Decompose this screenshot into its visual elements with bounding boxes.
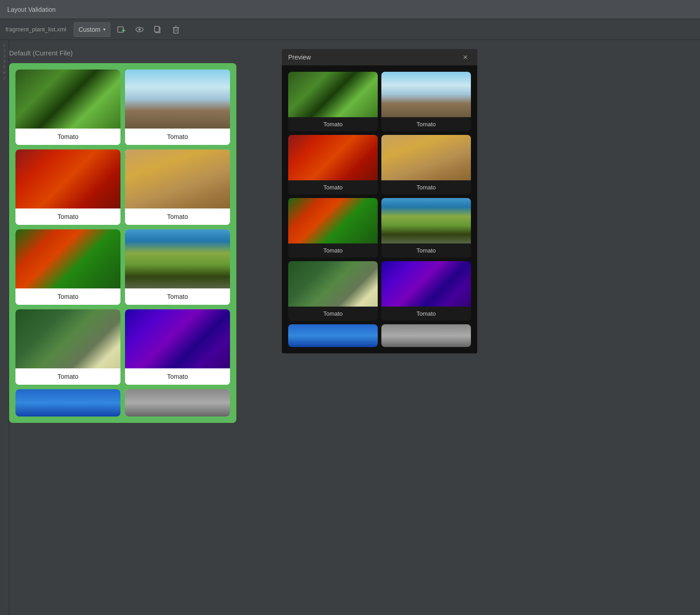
list-item: Tomato [381, 261, 471, 321]
list-item: Tomato [288, 198, 378, 258]
card-label: Tomato [15, 368, 120, 385]
list-item: Tomato [381, 135, 471, 194]
preview-card-label: Tomato [381, 243, 471, 258]
custom-dropdown[interactable]: Custom ▾ [74, 22, 110, 37]
preview-card-image-purple-river [381, 261, 471, 307]
preview-card-label: Tomato [381, 180, 471, 194]
preview-window: Preview ✕ Tomato Tomato [282, 49, 477, 353]
svg-rect-7 [174, 28, 178, 33]
card-image-aerial [15, 309, 120, 368]
list-item: Tomato [125, 229, 230, 305]
card-image-greenleaf [15, 229, 120, 288]
preview-card-image-caterpillar [288, 72, 378, 117]
card-image-grey-partial [125, 389, 230, 417]
list-item [288, 324, 378, 347]
preview-card-label: Tomato [381, 117, 471, 131]
delete-button[interactable] [169, 23, 183, 36]
list-item: Tomato [288, 261, 378, 321]
copy-button[interactable] [150, 23, 165, 36]
svg-rect-6 [155, 26, 159, 32]
preview-card-image-greenleaf [288, 198, 378, 243]
title-bar: Layout Validation [0, 0, 700, 19]
list-item [125, 389, 230, 417]
list-item: Tomato [15, 229, 120, 305]
list-item: Tomato [381, 72, 471, 131]
card-label: Tomato [125, 208, 230, 225]
right-panel: Preview ✕ Tomato Tomato [282, 49, 477, 606]
svg-point-4 [138, 28, 140, 30]
preview-title: Preview [288, 54, 311, 61]
card-image-plank [125, 149, 230, 208]
list-item: Tomato [125, 69, 230, 145]
card-label: Tomato [15, 208, 120, 225]
add-device-button[interactable] [114, 23, 129, 36]
list-item [15, 389, 120, 417]
copy-icon [153, 25, 162, 34]
card-image-purple-river [125, 309, 230, 368]
delete-icon [171, 25, 180, 34]
card-image-caterpillar [15, 69, 120, 129]
preview-card-grid: Tomato Tomato Tomato Tomat [288, 72, 471, 347]
sidebar-strip: 1 2 3 4 5 w y [0, 40, 9, 615]
left-panel-title: Default (Current File) [9, 49, 264, 57]
list-item: Tomato [125, 309, 230, 385]
card-label: Tomato [15, 288, 120, 305]
list-item: Tomato [381, 198, 471, 258]
preview-card-label: Tomato [288, 117, 378, 131]
preview-content: Tomato Tomato Tomato Tomat [282, 65, 477, 353]
card-label: Tomato [15, 129, 120, 145]
preview-card-image-telescope [381, 72, 471, 117]
card-label: Tomato [125, 129, 230, 145]
preview-card-image-aerial [288, 261, 378, 307]
preview-card-image-blue-partial [288, 324, 378, 347]
list-item: Tomato [125, 149, 230, 225]
list-item: Tomato [15, 69, 120, 145]
dropdown-label: Custom [79, 26, 100, 33]
content-area: Default (Current File) Tomato Tomato Tom… [0, 40, 700, 615]
svg-rect-0 [118, 27, 123, 32]
filename-label: fragment_plant_list.xml [5, 26, 66, 33]
list-item [381, 324, 471, 347]
app-title: Layout Validation [7, 6, 55, 13]
preview-button[interactable] [132, 23, 147, 36]
card-image-coast [125, 229, 230, 288]
add-device-icon [117, 25, 126, 34]
preview-header: Preview ✕ [282, 49, 477, 65]
card-label: Tomato [125, 368, 230, 385]
card-image-redleaves [15, 149, 120, 208]
left-grid-container: Tomato Tomato Tomato Tomato [9, 63, 236, 423]
preview-card-image-plank [381, 135, 471, 180]
list-item: Tomato [15, 309, 120, 385]
preview-card-image-coast [381, 198, 471, 243]
preview-card-label: Tomato [288, 307, 378, 321]
card-label: Tomato [125, 288, 230, 305]
preview-card-image-grey-partial [381, 324, 471, 347]
card-image-telescope [125, 69, 230, 129]
preview-card-label: Tomato [381, 307, 471, 321]
preview-close-button[interactable]: ✕ [460, 53, 471, 62]
preview-card-label: Tomato [288, 243, 378, 258]
toolbar: fragment_plant_list.xml Custom ▾ [0, 19, 700, 40]
preview-card-label: Tomato [288, 180, 378, 194]
list-item: Tomato [288, 72, 378, 131]
eye-icon [135, 25, 144, 34]
card-image-blue-partial [15, 389, 120, 417]
left-panel: Default (Current File) Tomato Tomato Tom… [9, 49, 264, 606]
list-item: Tomato [15, 149, 120, 225]
list-item: Tomato [288, 135, 378, 194]
preview-card-image-redleaves [288, 135, 378, 180]
chevron-down-icon: ▾ [103, 27, 105, 32]
left-card-grid: Tomato Tomato Tomato Tomato [15, 69, 230, 417]
